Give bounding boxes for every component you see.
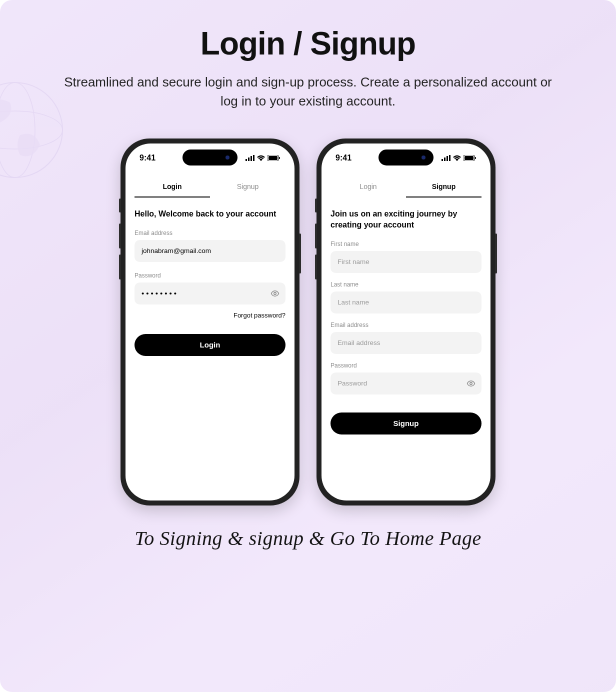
status-time: 9:41 [336, 154, 352, 162]
cellular-icon [246, 155, 254, 161]
login-headline: Hello, Welcome back to your account [134, 208, 286, 220]
email-field[interactable] [142, 247, 278, 254]
tab-signup[interactable]: Signup [210, 176, 286, 198]
email-field[interactable] [338, 339, 474, 346]
password-label: Password [330, 362, 482, 369]
password-field[interactable] [338, 380, 474, 387]
svg-rect-14 [449, 155, 450, 161]
login-button[interactable]: Login [134, 334, 286, 356]
svg-rect-11 [442, 159, 443, 161]
phone-notch [378, 150, 434, 166]
auth-tabs: Login Signup [134, 176, 286, 198]
hero-section: Login / Signup Streamlined and secure lo… [0, 25, 616, 110]
svg-rect-9 [279, 157, 280, 159]
svg-rect-8 [268, 156, 278, 160]
tab-signup[interactable]: Signup [406, 176, 482, 198]
last-name-field[interactable] [338, 298, 474, 306]
svg-rect-5 [250, 156, 252, 161]
email-label: Email address [134, 230, 286, 236]
phones-row: 9:41 Login Signup Hello, Welcome back to… [0, 138, 616, 506]
eye-icon[interactable] [270, 289, 280, 298]
last-name-label: Last name [330, 281, 482, 288]
tab-login[interactable]: Login [330, 176, 406, 198]
svg-rect-6 [253, 155, 254, 161]
first-name-field[interactable] [338, 258, 474, 266]
email-label: Email address [330, 322, 482, 328]
page-title: Login / Signup [60, 25, 556, 62]
svg-point-18 [470, 382, 472, 384]
svg-rect-16 [464, 156, 474, 160]
svg-rect-12 [444, 158, 446, 161]
phone-signup: 9:41 Login Signup Join us on an exciting… [316, 138, 496, 506]
svg-rect-13 [446, 156, 448, 161]
page-subtitle: Streamlined and secure login and sign-up… [60, 73, 556, 110]
password-field[interactable]: •••••••• [142, 289, 178, 298]
svg-rect-4 [248, 158, 250, 161]
first-name-label: First name [330, 240, 482, 248]
eye-icon[interactable] [466, 379, 476, 388]
battery-icon [464, 155, 476, 161]
wifi-icon [257, 155, 265, 161]
svg-rect-3 [246, 159, 247, 161]
auth-tabs: Login Signup [330, 176, 482, 198]
svg-rect-17 [475, 157, 476, 159]
wifi-icon [453, 155, 461, 161]
phone-notch [182, 150, 238, 166]
cellular-icon [442, 155, 450, 161]
signup-button[interactable]: Signup [330, 412, 482, 434]
status-time: 9:41 [140, 154, 156, 162]
password-label: Password [134, 272, 286, 279]
bottom-caption: To Signing & signup & Go To Home Page [0, 526, 616, 550]
showcase-canvas: Login / Signup Streamlined and secure lo… [0, 0, 616, 692]
svg-point-10 [274, 292, 276, 295]
battery-icon [268, 155, 280, 161]
signup-headline: Join us on an exciting journey by creati… [330, 208, 482, 230]
tab-login[interactable]: Login [134, 176, 210, 198]
phone-login: 9:41 Login Signup Hello, Welcome back to… [120, 138, 300, 506]
forgot-password-link[interactable]: Forgot password? [134, 312, 286, 319]
